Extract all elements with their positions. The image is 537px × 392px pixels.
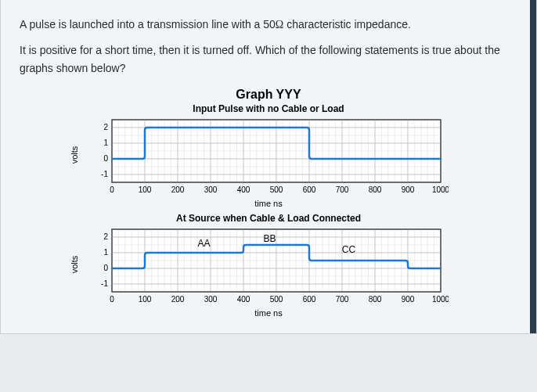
chart2-svg: 01002003004005006007008009001000-1012AAB… (88, 225, 449, 304)
svg-text:400: 400 (237, 185, 250, 194)
svg-text:2: 2 (103, 232, 108, 241)
svg-text:300: 300 (204, 185, 218, 194)
chart2-ylabel: volts (70, 256, 79, 274)
svg-text:-1: -1 (101, 170, 108, 178)
chart1-container: volts 01002003004005006007008009001000-1… (88, 116, 449, 194)
svg-text:800: 800 (369, 295, 382, 304)
svg-text:800: 800 (369, 185, 382, 194)
question-text: A pulse is launched into a transmission … (20, 16, 517, 77)
question-panel: A pulse is launched into a transmission … (0, 0, 537, 334)
q-line2: It is positive for a short time, then it… (20, 41, 517, 77)
chart2-container: volts 01002003004005006007008009001000-1… (88, 225, 449, 304)
chart1-subtitle: Input Pulse with no Cable or Load (20, 103, 517, 114)
svg-text:2: 2 (103, 123, 108, 131)
impedance-value: 50 (263, 18, 276, 31)
svg-text:1: 1 (103, 138, 108, 147)
impedance-unit: Ω (276, 19, 283, 31)
svg-text:600: 600 (303, 295, 316, 304)
chart1-svg: 01002003004005006007008009001000-1012 (88, 116, 449, 194)
chart1-ylabel: volts (70, 146, 79, 164)
svg-text:900: 900 (402, 295, 415, 304)
svg-text:1: 1 (103, 248, 108, 257)
svg-text:600: 600 (303, 185, 316, 194)
graph-main-title: Graph YYY (20, 88, 517, 102)
svg-text:CC: CC (342, 244, 356, 255)
svg-text:AA: AA (198, 238, 211, 249)
q-line1-prefix: A pulse is launched into a transmission … (20, 18, 263, 31)
svg-text:0: 0 (103, 264, 108, 272)
svg-text:1000: 1000 (432, 295, 449, 304)
graph-block: Graph YYY Input Pulse with no Cable or L… (20, 88, 517, 318)
svg-text:200: 200 (171, 185, 185, 194)
svg-text:500: 500 (270, 185, 283, 194)
chart1-xlabel: time ns (20, 199, 517, 208)
panel-right-border (530, 0, 536, 333)
svg-text:-1: -1 (101, 279, 108, 288)
svg-text:200: 200 (171, 295, 185, 304)
svg-text:100: 100 (139, 185, 152, 194)
q-line1-suffix: characteristic impedance. (283, 18, 411, 31)
svg-text:0: 0 (103, 154, 108, 163)
svg-text:100: 100 (139, 295, 152, 304)
svg-text:300: 300 (204, 295, 218, 304)
svg-text:0: 0 (110, 185, 114, 194)
svg-text:400: 400 (237, 295, 250, 304)
svg-text:900: 900 (402, 185, 415, 194)
chart2-xlabel: time ns (20, 308, 517, 318)
svg-text:BB: BB (264, 233, 276, 244)
svg-text:700: 700 (336, 185, 349, 194)
svg-text:1000: 1000 (432, 185, 449, 194)
svg-text:0: 0 (110, 295, 114, 304)
svg-text:500: 500 (270, 295, 283, 304)
svg-text:700: 700 (336, 295, 349, 304)
chart2-subtitle: At Source when Cable & Load Connected (20, 213, 517, 224)
